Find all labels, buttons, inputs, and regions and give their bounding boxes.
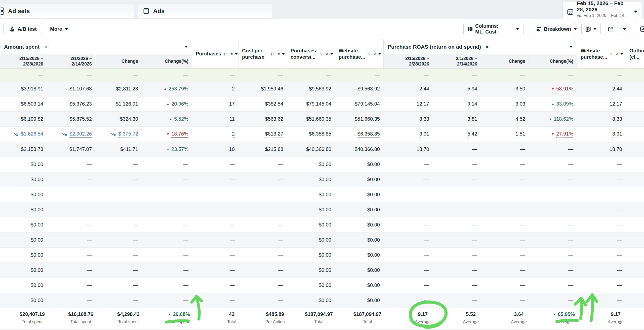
table-cell: — [481,142,529,157]
table-row[interactable]: $0.00—————$0.00$0.00————— [0,278,644,293]
ab-test-button[interactable]: A/B test [5,23,41,35]
sort-icon[interactable]: ↑↓ [223,51,227,57]
pin-right-icon[interactable]: ⇥ [614,51,618,57]
table-row[interactable]: $6,199.82$5,875.52$324.30▲5.52%11$563.62… [0,112,644,127]
more-button[interactable]: More [46,23,72,35]
chevron-down-icon[interactable] [281,53,285,55]
subheader-current-period[interactable]: 2/15/2026 –2/28/2026 [383,54,433,68]
sort-icon[interactable]: ↑↓ [270,51,274,57]
chevron-down-icon[interactable] [620,53,624,55]
column-header-purchases[interactable]: Purchases ↑↓⇥ [192,39,238,68]
export-split-button[interactable] [604,23,629,35]
chevron-down-icon[interactable] [330,53,334,55]
pin-right-icon[interactable]: ⇥ [275,51,280,57]
table-row[interactable]: $6,503.14$5,376.23$1,126.91▲20.96%17$382… [0,96,644,112]
table-cell: — [433,278,481,293]
table-cell: $0.00 [287,187,335,202]
view-charts-button[interactable] [635,23,644,35]
pin-left-icon[interactable]: ⇤ [486,44,491,50]
table-header: Amount spent ⇤ Purchase ROAS (return on … [0,39,644,69]
table-cell: — [95,293,142,308]
table-row[interactable]: $0.00—————$0.00$0.00————— [0,263,644,278]
table-cell[interactable]: $2,002.26 [47,127,95,142]
table-cell: 17 [192,96,238,111]
columns-button[interactable]: Columns: ML_Cust [463,23,524,35]
column-header-cost-per-purchase[interactable]: Cost per purchase ↑↓⇥ [238,39,287,68]
table-cell: 3.03 [481,96,529,111]
table-cell: ▲20.96% [142,96,192,111]
date-range-picker[interactable]: Feb 15, 2026 – Feb 28, 2026 vs. Feb 1, 2… [563,2,642,21]
table-cell[interactable]: $1,626.54 [0,127,47,142]
table-cell: — [383,248,433,262]
subheader-change-pct[interactable]: Change(%) [142,54,192,68]
column-header-website-purchase[interactable]: Website purchase... ↑↓⇥ [335,39,383,68]
table-row[interactable]: $0.00—————$0.00$0.00————— [0,172,644,187]
tab-ad-sets[interactable]: Ad sets [1,4,134,18]
table-row[interactable]: $3,918.91$1,107.68$2,811.23▲253.79%2$1,9… [0,81,644,96]
reports-button[interactable] [581,23,601,35]
subheader-change[interactable]: Change [481,54,529,68]
pin-right-icon[interactable]: ⇥ [372,51,376,57]
column-header-purchases-conversion[interactable]: Purchases conversi... ↑↓⇥ [287,39,335,68]
table-cell: — [192,248,238,262]
subheader-previous-period[interactable]: 2/1/2026 –2/14/2026 [433,54,481,68]
table-row[interactable]: $2,158.78$1,747.07$411.71▲23.57%10$215.8… [0,142,644,157]
export-options-caret[interactable] [620,23,629,35]
table-cell: ▲118.62% [529,112,577,126]
subheader-current-period[interactable]: 2/15/2026 –2/28/2026 [0,54,47,68]
sort-icon[interactable]: ↑↓ [609,51,612,57]
subheader-change-pct[interactable]: Change(%) [529,54,577,68]
chevron-down-icon[interactable] [378,53,382,55]
table-cell: $40,366.80 [287,142,335,157]
table-row[interactable]: $0.00—————$0.00$0.00————— [0,293,644,308]
table-cell [626,81,644,96]
table-cell: — [577,217,626,232]
table-cell: — [433,217,481,232]
clipped-toolbar-button[interactable] [0,23,4,35]
pin-right-icon[interactable]: ⇥ [324,51,328,57]
table-cell: — [529,263,577,278]
table-cell[interactable]: $-375.72 [95,127,142,142]
table-cell [626,69,644,81]
table-cell: 2.44 [383,81,433,96]
table-row[interactable]: $1,626.54$2,002.26$-375.72▼18.76%2$813.2… [0,127,644,142]
table-cell: — [47,233,95,247]
column-group-purchase-roas[interactable]: Purchase ROAS (return on ad spend) ⇤ [383,39,577,54]
chevron-down-icon[interactable] [569,46,573,48]
table-cell: — [47,172,95,187]
table-cell: — [577,187,626,202]
subheader-previous-period[interactable]: 2/1/2026 –2/14/2026 [47,54,95,68]
tab-ad-sets-label: Ad sets [8,8,30,15]
chevron-down-icon[interactable] [184,46,188,48]
pin-right-icon[interactable]: ⇥ [228,51,233,57]
table-cell: $411.71 [95,142,142,157]
table-row[interactable]: $0.00—————$0.00$0.00————— [0,157,644,172]
table-row[interactable]: $0.00—————$0.00$0.00————— [0,248,644,263]
table-cell: $0.00 [335,233,383,247]
tab-ads[interactable]: Ads [138,4,272,18]
table-cell: $9,563.92 [287,81,335,96]
totals-value: $187,094.97 [353,311,381,317]
sort-icon[interactable]: ↑↓ [367,51,370,57]
column-header-outbound-ctr[interactable]: Outbou... CTR (cl... [626,39,644,68]
table-row[interactable]: $0.00—————$0.00$0.00————— [0,187,644,202]
table-cell: — [577,248,626,262]
table-row[interactable]: $0.00—————$0.00$0.00————— [0,233,644,248]
table-cell: $0.00 [0,278,47,293]
export-icon[interactable] [604,23,617,35]
table-row-highlighted[interactable]: ————————————— [0,69,644,81]
sort-icon[interactable]: ↑↓ [319,51,322,57]
column-header-website-purchase-roas[interactable]: Website purchase... ↑↓⇥ [577,39,626,68]
table-cell: — [433,263,481,278]
subheader-change[interactable]: Change [95,54,142,68]
breakdown-button[interactable]: Breakdown [532,23,575,35]
totals-cell: $187,094.97Total [335,308,383,329]
chevron-down-icon[interactable] [234,53,238,55]
columns-label: Columns: ML_Cust [475,23,513,35]
table-cell: $563.62 [238,112,287,126]
pin-left-icon[interactable]: ⇤ [45,44,49,50]
table-row[interactable]: $0.00—————$0.00$0.00————— [0,217,644,233]
ab-test-label: A/B test [18,26,37,32]
table-row[interactable]: $0.00—————$0.00$0.00————— [0,202,644,217]
column-group-amount-spent[interactable]: Amount spent ⇤ [0,39,192,54]
